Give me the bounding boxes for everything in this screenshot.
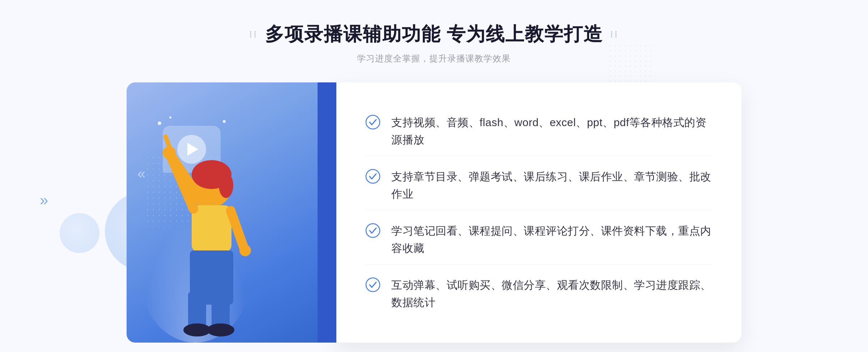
check-icon-3 xyxy=(365,223,380,238)
person-illustration xyxy=(148,126,293,343)
sparkle-3 xyxy=(223,120,226,123)
svg-point-11 xyxy=(207,323,234,336)
feature-item-4: 互动弹幕、试听购买、微信分享、观看次数限制、学习进度跟踪、数据统计 xyxy=(365,269,712,318)
check-icon-1 xyxy=(365,115,380,130)
svg-point-15 xyxy=(366,115,380,129)
deco-circle-2 xyxy=(60,213,99,253)
illustration-panel: « xyxy=(127,82,336,343)
chevron-left-deco: » xyxy=(40,192,48,209)
feature-item-2: 支持章节目录、弹题考试、课后练习、课后作业、章节测验、批改作业 xyxy=(365,161,712,210)
check-icon-2 xyxy=(365,169,380,184)
feature-text-2: 支持章节目录、弹题考试、课后练习、课后作业、章节测验、批改作业 xyxy=(391,168,712,203)
sparkle-1 xyxy=(158,121,161,125)
sparkle-2 xyxy=(169,116,171,119)
svg-rect-9 xyxy=(212,292,230,328)
svg-line-13 xyxy=(166,137,169,146)
header: ⁞⁞ 多项录播课辅助功能 专为线上教学打造 ⁞⁞ 学习进度全掌握，提升录播课教学… xyxy=(249,22,619,64)
svg-point-3 xyxy=(219,173,233,198)
header-subtitle: 学习进度全掌握，提升录播课教学效果 xyxy=(249,53,619,64)
main-content: « xyxy=(127,82,741,343)
feature-item-3: 学习笔记回看、课程提问、课程评论打分、课件资料下载，重点内容收藏 xyxy=(365,215,712,265)
feature-item-1: 支持视频、音频、flash、word、excel、ppt、pdf等各种格式的资源… xyxy=(365,107,712,156)
blue-bar xyxy=(318,82,336,343)
header-deco-right: ⁞⁞ xyxy=(610,29,619,40)
page-wrapper: » ⁞⁞ 多项录播课辅助功能 专为线上教学打造 ⁞⁞ 学习进度全掌握，提升录播课… xyxy=(0,0,868,352)
svg-point-17 xyxy=(366,224,380,237)
content-panel: 支持视频、音频、flash、word、excel、ppt、pdf等各种格式的资源… xyxy=(336,82,741,343)
feature-text-1: 支持视频、音频、flash、word、excel、ppt、pdf等各种格式的资源… xyxy=(391,114,712,149)
svg-point-14 xyxy=(239,245,251,256)
feature-text-3: 学习笔记回看、课程提问、课程评论打分、课件资料下载，重点内容收藏 xyxy=(391,222,712,257)
svg-point-10 xyxy=(183,323,211,336)
svg-rect-8 xyxy=(188,292,206,328)
header-deco-left: ⁞⁞ xyxy=(249,29,258,40)
page-title: 多项录播课辅助功能 专为线上教学打造 xyxy=(265,22,603,47)
svg-line-6 xyxy=(231,211,244,249)
illus-arrows: « xyxy=(137,166,145,182)
check-icon-4 xyxy=(365,277,380,292)
svg-point-16 xyxy=(366,169,380,183)
svg-point-18 xyxy=(366,278,380,292)
svg-rect-4 xyxy=(192,205,231,252)
header-title-wrapper: ⁞⁞ 多项录播课辅助功能 专为线上教学打造 ⁞⁞ xyxy=(249,22,619,47)
feature-text-4: 互动弹幕、试听购买、微信分享、观看次数限制、学习进度跟踪、数据统计 xyxy=(391,276,712,311)
